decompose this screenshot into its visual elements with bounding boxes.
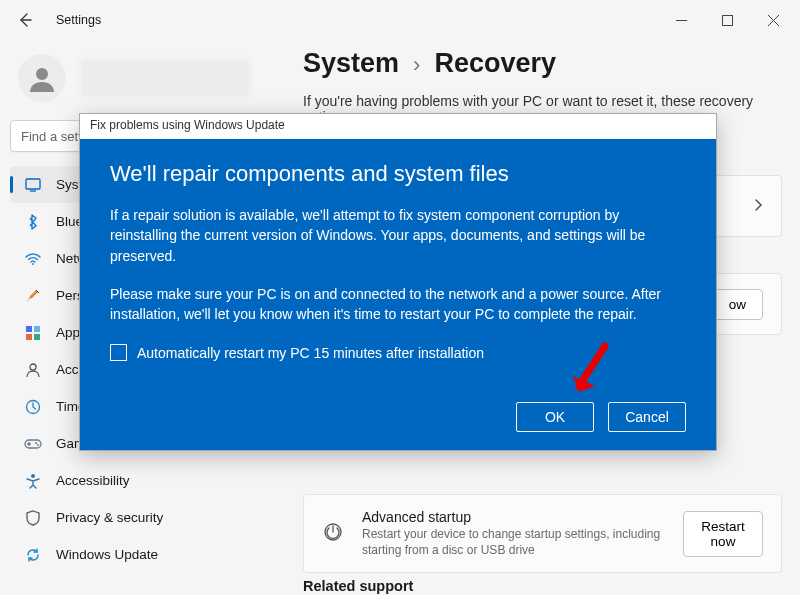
svg-rect-6 [26,334,32,340]
dialog-heading: We'll repair components and system files [110,161,686,187]
svg-point-11 [35,442,37,444]
nav-label: Privacy & security [56,510,163,525]
card-desc: Restart your device to change startup se… [362,527,665,558]
svg-rect-4 [26,326,32,332]
chevron-right-icon [753,198,763,215]
svg-point-1 [36,68,48,80]
dialog-paragraph-2: Please make sure your PC is on and conne… [110,284,686,325]
restart-now-button[interactable]: Restart now [683,511,763,557]
clock-icon [24,399,42,415]
cancel-button[interactable]: Cancel [608,402,686,432]
shield-icon [24,510,42,526]
update-icon [24,547,42,563]
maximize-icon [722,15,733,26]
checkbox-label: Automatically restart my PC 15 minutes a… [137,345,484,361]
minimize-icon [676,15,687,26]
maximize-button[interactable] [704,5,750,35]
breadcrumb-current: Recovery [434,48,556,79]
title-bar: Settings [0,0,800,40]
person-icon [26,62,58,94]
advanced-startup-card[interactable]: Advanced startup Restart your device to … [303,494,782,573]
svg-point-12 [37,444,39,446]
svg-rect-2 [26,179,40,189]
close-button[interactable] [750,5,796,35]
dialog-paragraph-1: If a repair solution is available, we'll… [110,205,686,266]
accessibility-icon [24,473,42,489]
svg-point-13 [31,474,35,478]
avatar [18,54,66,102]
related-support-header: Related support [303,578,413,594]
arrow-left-icon [17,12,33,28]
breadcrumb-parent[interactable]: System [303,48,399,79]
back-button[interactable] [14,12,36,28]
bluetooth-icon [24,214,42,230]
nav-update[interactable]: Windows Update [10,536,275,573]
card-action-button-partial[interactable]: ow [712,289,763,320]
close-icon [768,15,779,26]
auto-restart-checkbox[interactable]: Automatically restart my PC 15 minutes a… [110,344,686,361]
svg-rect-5 [34,326,40,332]
checkbox-box-icon [110,344,127,361]
ok-button[interactable]: OK [516,402,594,432]
dialog-titlebar: Fix problems using Windows Update [80,114,716,139]
svg-point-3 [32,263,34,265]
nav-accessibility[interactable]: Accessibility [10,462,275,499]
brush-icon [24,288,42,304]
breadcrumb-sep: › [413,52,420,78]
gamepad-icon [24,437,42,451]
nav-label: Accessibility [56,473,130,488]
svg-point-8 [30,364,36,370]
card-title: Advanced startup [362,509,665,525]
accounts-icon [24,362,42,378]
wifi-icon [24,252,42,266]
user-name-redacted [80,59,250,97]
breadcrumb: System › Recovery [303,48,782,79]
minimize-button[interactable] [658,5,704,35]
window-title: Settings [56,13,101,27]
svg-rect-0 [722,15,732,25]
nav-privacy[interactable]: Privacy & security [10,499,275,536]
account-header[interactable] [10,50,275,116]
svg-rect-7 [34,334,40,340]
nav-label: Windows Update [56,547,158,562]
repair-dialog: Fix problems using Windows Update We'll … [79,113,717,451]
apps-icon [24,325,42,341]
power-icon [322,521,344,546]
system-icon [24,177,42,193]
